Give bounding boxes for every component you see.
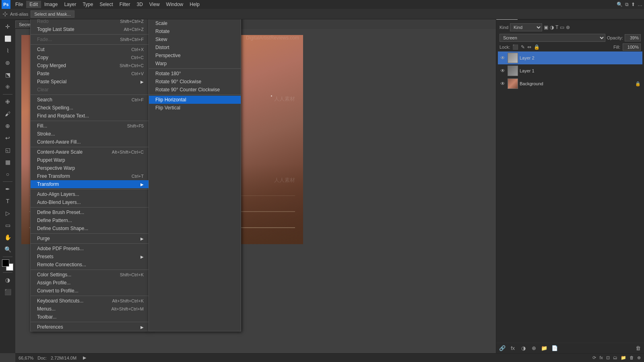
menu-paste-special[interactable]: Paste Special ▶ [31,78,149,86]
menu-type[interactable]: Type [79,1,96,8]
status-icon-7[interactable]: ⊕ [637,355,641,360]
clone-tool[interactable]: ⊕ [2,120,13,132]
status-icon-6[interactable]: 🗑 [630,355,634,360]
heal-tool[interactable]: ✙ [2,96,13,107]
menu-stroke[interactable]: Stroke... [31,130,149,138]
menu-color-settings[interactable]: Color Settings... Shift+Ctrl+K [31,271,149,279]
add-group-icon[interactable]: 📁 [540,344,549,353]
more-icon[interactable]: … [638,2,642,7]
menu-auto-blend[interactable]: Auto-Blend Layers... [31,198,149,206]
menu-convert-profile[interactable]: Convert to Profile... [31,287,149,295]
link-layers-icon[interactable]: 🔗 [498,344,507,353]
menu-purge[interactable]: Purge ▶ [31,234,149,243]
lock-all-icon[interactable]: 🔒 [534,44,540,50]
menu-free-transform[interactable]: Free Transform Ctrl+T [31,172,149,180]
menu-search[interactable]: Search Ctrl+F [31,96,149,104]
menu-remote-connections[interactable]: Remote Connections... [31,261,149,269]
menu-cut[interactable]: Cut Ctrl+X [31,45,149,53]
menu-presets[interactable]: Presets ▶ [31,253,149,261]
lock-pixels-icon[interactable]: ⬛ [512,44,518,50]
arrange-icon[interactable]: ⧉ [625,2,629,7]
transform-rotate[interactable]: Rotate [149,27,241,35]
eraser-tool[interactable]: ◱ [2,144,13,156]
menu-edit[interactable]: Edit [26,1,41,8]
quick-select-tool[interactable]: ⊛ [2,57,13,68]
menu-select[interactable]: Select [96,1,116,8]
kind-shape-icon[interactable]: ▭ [560,25,564,30]
menu-paste[interactable]: Paste Ctrl+V [31,70,149,78]
menu-filter[interactable]: Filter [116,1,134,8]
add-layer-icon[interactable]: 📄 [550,344,559,353]
transform-warp[interactable]: Warp [149,60,241,68]
add-adjustment-icon[interactable]: ⊕ [529,344,538,353]
status-icon-2[interactable]: fx [599,355,603,360]
select-mask-button[interactable]: Select and Mask... [31,10,74,18]
crop-tool[interactable]: ⬔ [2,69,13,80]
eyedropper-tool[interactable]: ⁜ [2,81,13,93]
status-icon-3[interactable]: ⊡ [606,355,610,360]
share-icon[interactable]: ⬆ [631,2,635,7]
menu-find-replace[interactable]: Find and Replace Text... [31,112,149,120]
add-style-icon[interactable]: fx [508,344,517,353]
menu-auto-align[interactable]: Auto-Align Layers... [31,190,149,198]
foreground-color-swatch[interactable] [2,259,9,267]
history-brush-tool[interactable]: ↩ [2,132,13,144]
menu-pdf-presets[interactable]: Adobe PDF Presets... [31,245,149,253]
eye-icon-background[interactable]: 👁 [500,81,506,86]
layer-item-background[interactable]: 👁 Background 🔒 [498,77,642,90]
menu-content-aware-scale[interactable]: Content-Aware Scale Alt+Shift+Ctrl+C [31,148,149,156]
menu-help[interactable]: Help [186,1,203,8]
status-icon-4[interactable]: 🗂 [613,355,617,360]
menu-copy-merged[interactable]: Copy Merged Shift+Ctrl+C [31,62,149,70]
blend-mode-select[interactable]: Screen [500,34,605,42]
menu-toggle-last[interactable]: Toggle Last State Alt+Ctrl+Z [31,25,149,33]
kind-smart-icon[interactable]: ⊛ [566,25,570,30]
dodge-tool[interactable]: ○ [2,169,13,180]
arrow-status[interactable]: ▶ [83,355,86,360]
path-select-tool[interactable]: ▷ [2,208,13,219]
move-tool[interactable]: ✛ [2,21,13,32]
menu-3d[interactable]: 3D [133,1,146,8]
kind-pixel-icon[interactable]: ▣ [544,25,548,30]
opacity-input[interactable] [625,34,641,41]
transform-flip-vertical[interactable]: Flip Vertical [149,104,241,112]
gradient-tool[interactable]: ▦ [2,156,13,168]
menu-fill[interactable]: Fill... Shift+F5 [31,122,149,130]
pen-tool[interactable]: ✒ [2,183,13,195]
layer-item-layer2[interactable]: 👁 Layer 2 [498,51,642,64]
menu-menus[interactable]: Menus... Alt+Shift+Ctrl+M [31,305,149,313]
menu-define-brush[interactable]: Define Brush Preset... [31,208,149,216]
transform-distort[interactable]: Distort [149,43,241,51]
status-icon-1[interactable]: ⟳ [592,355,596,360]
menu-transform[interactable]: Transform ▶ [31,180,149,188]
menu-assign-profile[interactable]: Assign Profile... [31,279,149,287]
select-rect-tool[interactable]: ⬜ [2,33,13,44]
menu-content-aware-fill[interactable]: Content-Aware Fill... [31,138,149,146]
fg-bg-colors[interactable] [2,259,13,271]
menu-puppet-warp[interactable]: Puppet Warp [31,156,149,164]
transform-perspective[interactable]: Perspective [149,51,241,60]
kind-select[interactable]: Kind [510,23,542,31]
screen-mode-tool[interactable]: ⬛ [2,286,13,298]
transform-rotate90cw[interactable]: Rotate 90° Clockwise [149,78,241,86]
menu-window[interactable]: Window [163,1,187,8]
add-mask-icon[interactable]: ◑ [519,344,528,353]
brush-tool[interactable]: 🖌 [2,108,13,119]
eye-icon-layer2[interactable]: 👁 [500,55,506,61]
menu-copy[interactable]: Copy Ctrl+C [31,53,149,62]
menu-check-spelling[interactable]: Check Spelling... [31,104,149,112]
search-icon[interactable]: 🔍 [617,2,623,7]
transform-rotate180[interactable]: Rotate 180° [149,70,241,78]
menu-file[interactable]: File [12,1,26,8]
transform-flip-horizontal[interactable]: Flip Horizontal [149,96,241,104]
quick-mask-tool[interactable]: ◑ [2,274,13,286]
status-icon-5[interactable]: 📁 [621,355,626,360]
delete-layer-icon[interactable]: 🗑 [634,344,642,353]
zoom-tool[interactable]: 🔍 [2,244,13,255]
menu-define-custom-shape[interactable]: Define Custom Shape... [31,224,149,232]
eye-icon-layer1[interactable]: 👁 [500,68,506,74]
menu-toolbar[interactable]: Toolbar... [31,313,149,321]
lock-artboard-icon[interactable]: ⇔ [527,44,531,50]
menu-keyboard-shortcuts[interactable]: Keyboard Shortcuts... Alt+Shift+Ctrl+K [31,297,149,305]
transform-rotate90ccw[interactable]: Rotate 90° Counter Clockwise [149,86,241,94]
